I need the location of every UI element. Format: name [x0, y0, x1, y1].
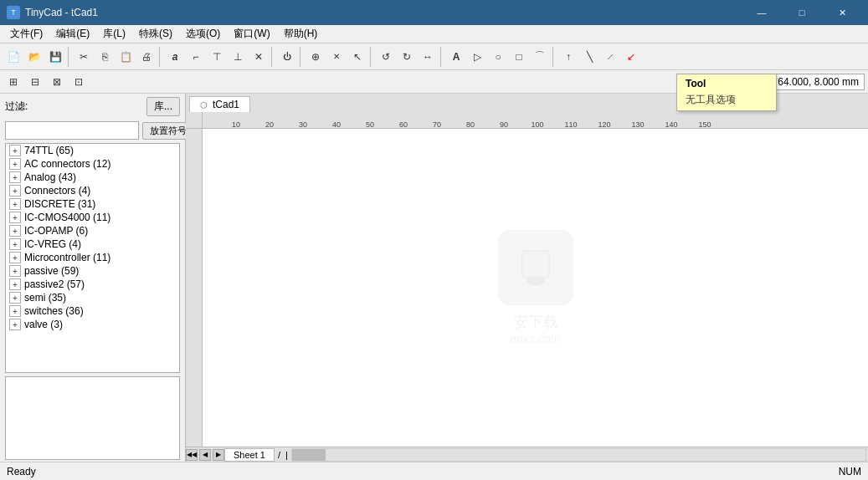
ruler-label-30: 30 — [299, 120, 307, 129]
ruler-label-50: 50 — [366, 120, 374, 129]
mirror-h-button[interactable]: ↔ — [418, 47, 438, 67]
menu-options[interactable]: 选项(O) — [179, 25, 227, 43]
arc-button[interactable]: ⌒ — [530, 47, 550, 67]
tree-label-74ttl: 74TTL (65) — [24, 145, 74, 156]
menu-lib[interactable]: 库(L) — [96, 25, 132, 43]
paste-button[interactable]: 📋 — [116, 47, 136, 67]
menu-edit[interactable]: 编辑(E) — [49, 25, 96, 43]
rotate-ccw-button[interactable]: ↺ — [376, 47, 396, 67]
expand-icon-ic-cmos[interactable]: + — [9, 212, 21, 223]
circle-button[interactable]: ○ — [488, 47, 508, 67]
noconnect-button[interactable]: ✕ — [249, 47, 269, 67]
menu-help[interactable]: 帮助(H) — [277, 25, 325, 43]
tree-item-74ttl[interactable]: + 74TTL (65) — [6, 144, 179, 157]
diag-button[interactable]: ⟋ — [600, 47, 620, 67]
tree-item-ic-opamp[interactable]: + IC-OPAMP (6) — [6, 224, 179, 237]
expand-icon-passive2[interactable]: + — [9, 278, 21, 290]
expand-icon-analog[interactable]: + — [9, 171, 21, 183]
pin-button[interactable]: ↑ — [558, 47, 578, 67]
expand-icon-valve[interactable]: + — [9, 319, 21, 330]
tree-item-analog[interactable]: + Analog (43) — [6, 171, 179, 184]
filter-input[interactable] — [5, 121, 139, 140]
tb2-btn3[interactable]: ⊠ — [47, 72, 67, 92]
drawing-canvas[interactable]: 安下载 anxz.com — [203, 129, 868, 447]
new-button[interactable]: 📄 — [3, 47, 23, 67]
tb2-btn4[interactable]: ⊡ — [69, 72, 89, 92]
component-tree[interactable]: + 74TTL (65) + AC connectors (12) + Anal… — [5, 143, 180, 373]
tree-item-switches[interactable]: + switches (36) — [6, 304, 179, 318]
expand-icon-switches[interactable]: + — [9, 305, 21, 317]
rotate-cw-button[interactable]: ↻ — [397, 47, 417, 67]
expand-icon-ic-vreg[interactable]: + — [9, 238, 21, 250]
hscrollbar-track[interactable] — [291, 448, 866, 462]
menu-window[interactable]: 窗口(W) — [227, 25, 276, 43]
sep2 — [159, 47, 162, 67]
power-seg[interactable]: ⏻ — [277, 47, 297, 67]
open-button[interactable]: 📂 — [24, 47, 44, 67]
expand-icon-discrete[interactable]: + — [9, 198, 21, 210]
ruler-label-70: 70 — [433, 120, 441, 129]
expand-icon-mcu[interactable]: + — [9, 252, 21, 263]
tree-item-connectors[interactable]: + Connectors (4) — [6, 184, 179, 197]
status-text: Ready — [7, 466, 36, 477]
cut-button[interactable]: ✂ — [74, 47, 94, 67]
menu-special[interactable]: 特殊(S) — [132, 25, 179, 43]
tree-item-microcontroller[interactable]: + Microcontroller (11) — [6, 251, 179, 264]
expand-icon-ac[interactable]: + — [9, 158, 21, 170]
sheet-nav-prev[interactable]: ◀ — [199, 449, 211, 461]
tree-item-discrete[interactable]: + DISCRETE (31) — [6, 197, 179, 211]
expand-icon-passive[interactable]: + — [9, 265, 21, 277]
close-button[interactable]: ✕ — [823, 0, 861, 25]
special-button[interactable]: ↙ — [621, 47, 641, 67]
tree-item-ic-vreg[interactable]: + IC-VREG (4) — [6, 237, 179, 251]
sheet-nav-next[interactable]: ▶ — [213, 449, 224, 461]
wire-button[interactable]: ⌐ — [186, 47, 206, 67]
ruler-label-80: 80 — [466, 120, 475, 129]
tb2-btn2[interactable]: ⊟ — [25, 72, 45, 92]
canvas-area: ⬡ tCad1 10 20 30 40 50 60 70 80 90 100 — [186, 94, 868, 462]
minimize-button[interactable]: — — [742, 0, 781, 25]
bus-button[interactable]: ⊤ — [207, 47, 227, 67]
ruler-label-40: 40 — [332, 120, 341, 129]
canvas-content: 安下载 anxz.com — [186, 129, 868, 447]
tree-item-passive[interactable]: + passive (59) — [6, 264, 179, 278]
menu-file[interactable]: 文件(F) — [3, 25, 49, 43]
sep6 — [440, 47, 444, 67]
maximize-button[interactable]: □ — [783, 0, 821, 25]
line-button[interactable]: ╲ — [579, 47, 599, 67]
expand-icon-ic-opamp[interactable]: + — [9, 225, 21, 237]
ruler-label-60: 60 — [399, 120, 408, 129]
main-toolbar: 📄 📂 💾 ✂ ⎘ 📋 🖨 a ⌐ ⊤ ⊥ ✕ ⏻ ⊕ ✕ ↖ ↺ ↻ ↔ A … — [0, 43, 868, 70]
tree-item-semi[interactable]: + semi (35) — [6, 291, 179, 304]
expand-icon-semi[interactable]: + — [9, 292, 21, 304]
lib-button[interactable]: 库... — [146, 97, 180, 116]
zoom-fit[interactable]: ⊕ — [306, 47, 326, 67]
tb2-btn1[interactable]: ⊞ — [3, 72, 23, 92]
expand-icon-connectors[interactable]: + — [9, 185, 21, 197]
canvas-tab-tcad1[interactable]: ⬡ tCad1 — [189, 96, 250, 112]
ruler-row: 10 20 30 40 50 60 70 80 90 100 110 120 1… — [186, 112, 868, 129]
tree-item-ic-cmos[interactable]: + IC-CMOS4000 (11) — [6, 211, 179, 224]
print-button[interactable]: 🖨 — [136, 47, 157, 67]
filter-label: 过滤: — [5, 100, 28, 114]
tree-item-valve[interactable]: + valve (3) — [6, 318, 179, 331]
tree-label-ic-cmos: IC-CMOS4000 (11) — [24, 212, 110, 223]
main-area: 过滤: 库... 放置符号 + 74TTL (65) + AC connecto… — [0, 94, 868, 462]
text-A-button[interactable]: A — [446, 47, 466, 67]
tree-item-ac-connectors[interactable]: + AC connectors (12) — [6, 157, 179, 171]
title-bar: T TinyCad - tCad1 — □ ✕ — [0, 0, 868, 25]
copy-button[interactable]: ⎘ — [95, 47, 115, 67]
rect-button[interactable]: □ — [509, 47, 529, 67]
tree-item-passive2[interactable]: + passive2 (57) — [6, 278, 179, 291]
select-arrow[interactable]: ↖ — [347, 47, 367, 67]
save-button[interactable]: 💾 — [45, 47, 65, 67]
sheet-nav-first[interactable]: ◀◀ — [186, 449, 198, 461]
arrow-button[interactable]: ▷ — [467, 47, 487, 67]
junction-button[interactable]: ⊥ — [228, 47, 248, 67]
text-a-button[interactable]: a — [165, 47, 185, 67]
zoom-x[interactable]: ✕ — [326, 47, 347, 67]
watermark: 安下载 anxz.com — [498, 230, 573, 345]
sheet-tab[interactable]: Sheet 1 — [224, 448, 275, 462]
expand-icon-74ttl[interactable]: + — [9, 145, 21, 156]
status-num: NUM — [839, 466, 861, 477]
